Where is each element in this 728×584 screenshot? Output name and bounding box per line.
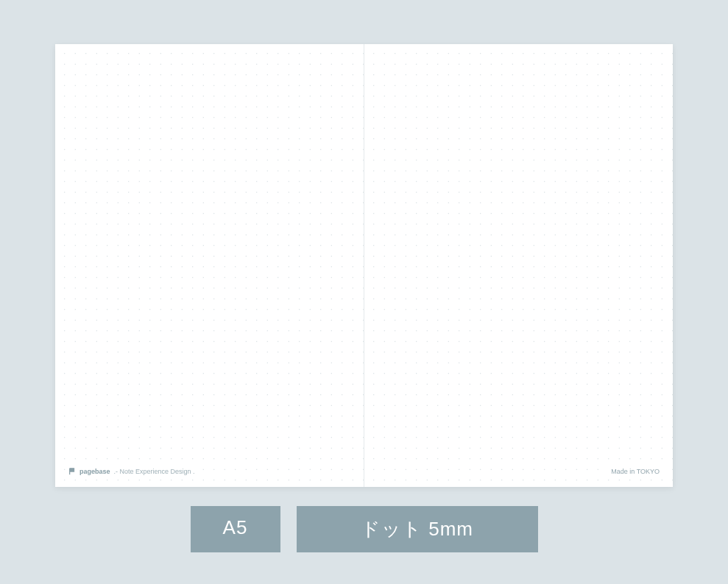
spec-labels: A5 ドット 5mm [0, 506, 728, 552]
brand-tagline: .- Note Experience Design . [114, 468, 195, 475]
notebook-page-right: Made in TOKYO [364, 44, 674, 487]
page-footer-left: pagebase .- Note Experience Design . [66, 466, 198, 477]
pattern-label: ドット 5mm [297, 506, 538, 552]
notebook-page-left: pagebase .- Note Experience Design . [55, 44, 364, 487]
notebook-spread: pagebase .- Note Experience Design . Mad… [55, 44, 673, 487]
page-footer-right: Made in TOKYO [608, 466, 662, 477]
size-label: A5 [191, 506, 280, 552]
brand-name: pagebase [79, 468, 110, 475]
flag-icon [68, 468, 76, 475]
